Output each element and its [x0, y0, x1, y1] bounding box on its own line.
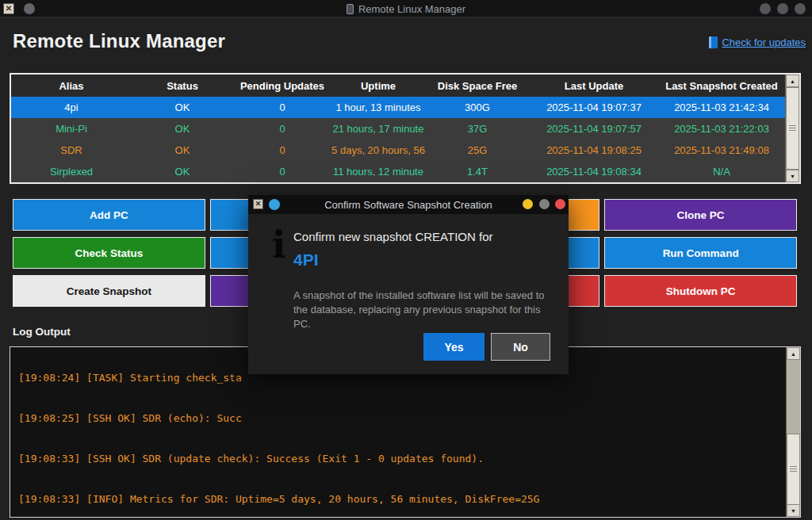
cell-alias: Mini-Pi	[11, 118, 132, 140]
cell-alias: 4pi	[11, 97, 132, 118]
cell-pending: 0	[233, 97, 331, 118]
window-title: Remote Linux Manager	[358, 3, 465, 15]
scroll-up-icon[interactable]: ▲	[787, 347, 800, 360]
cell-last-snapshot: 2025-11-03 21:42:34	[658, 97, 785, 118]
cell-disk: 300G	[425, 97, 530, 118]
cell-last-update: 2025-11-04 19:07:57	[530, 118, 658, 140]
table-row-sdr[interactable]: SDR OK 0 5 days, 20 hours, 56 25G 2025-1…	[11, 140, 785, 161]
column-header-last-update[interactable]: Last Update	[530, 75, 658, 97]
close-button[interactable]	[795, 3, 806, 14]
check-updates-link[interactable]: Check for updates	[709, 36, 806, 48]
cell-uptime: 5 days, 20 hours, 56	[331, 140, 425, 161]
app-window: ✕ Remote Linux Manager Remote Linux Mana…	[0, 0, 812, 520]
table-row-4pi[interactable]: 4pi OK 0 1 hour, 13 minutes 300G 2025-11…	[11, 97, 785, 118]
check-updates-label: Check for updates	[722, 36, 806, 48]
add-pc-button[interactable]: Add PC	[13, 199, 205, 231]
maximize-button[interactable]	[777, 3, 788, 14]
scroll-down-icon[interactable]: ▼	[786, 170, 799, 182]
dialog-title: Confirm Software Snapshot Creation	[248, 195, 569, 214]
cell-last-update: 2025-11-04 19:07:37	[530, 97, 658, 118]
cell-last-snapshot: N/A	[658, 161, 785, 182]
cell-alias: SDR	[11, 140, 132, 161]
cell-disk: 37G	[425, 118, 530, 140]
cell-last-update: 2025-11-04 19:08:34	[530, 161, 658, 182]
cell-pending: 0	[233, 118, 331, 140]
dialog-close-button[interactable]	[555, 199, 565, 209]
table-scrollbar-thumb[interactable]	[786, 87, 799, 170]
column-header-last-snapshot[interactable]: Last Snapshot Created	[658, 75, 785, 97]
column-header-disk-space[interactable]: Disk Space Free	[425, 75, 530, 97]
cell-last-snapshot: 2025-11-03 21:49:08	[658, 140, 785, 161]
dialog-minimize-button[interactable]	[523, 199, 533, 209]
table-header-row: Alias Status Pending Updates Uptime Disk…	[11, 75, 785, 97]
dialog-maximize-button[interactable]	[539, 199, 550, 209]
clone-pc-button[interactable]: Clone PC	[604, 199, 797, 231]
dialog-target-pc: 4PI	[293, 250, 319, 270]
window-titlebar: ✕ Remote Linux Manager	[0, 0, 812, 17]
cell-disk: 1.4T	[425, 161, 530, 182]
dialog-body-text: A snapshot of the installed software lis…	[293, 289, 558, 331]
up-arrow-icon: ▲	[791, 351, 796, 357]
down-arrow-icon: ▼	[790, 174, 795, 179]
cell-alias: Sirplexed	[11, 161, 132, 182]
log-line: [19:08:33] [INFO] Metrics for SDR: Uptim…	[18, 492, 781, 506]
confirm-snapshot-dialog: ✕ Confirm Software Snapshot Creation i C…	[248, 195, 569, 374]
log-scrollbar-thumb[interactable]	[787, 434, 800, 505]
log-output-label: Log Output	[13, 326, 71, 338]
window-title-area: Remote Linux Manager	[0, 0, 812, 17]
dialog-titlebar: ✕ Confirm Software Snapshot Creation	[248, 195, 569, 214]
column-header-pending-updates[interactable]: Pending Updates	[233, 75, 331, 97]
column-header-uptime[interactable]: Uptime	[331, 75, 425, 97]
app-icon	[347, 4, 354, 14]
cell-last-snapshot: 2025-11-03 21:22:03	[658, 118, 785, 140]
create-snapshot-button[interactable]: Create Snapshot	[13, 275, 205, 307]
column-header-alias[interactable]: Alias	[11, 75, 132, 97]
table-row-sirplexed[interactable]: Sirplexed OK 0 11 hours, 12 minute 1.4T …	[11, 161, 785, 182]
minimize-button[interactable]	[760, 3, 771, 14]
scrollbar-grip-icon	[790, 466, 797, 473]
cell-uptime: 21 hours, 17 minute	[331, 118, 425, 140]
cell-status: OK	[132, 97, 233, 118]
scroll-down-icon[interactable]: ▼	[787, 504, 800, 517]
table-row-mini-pi[interactable]: Mini-Pi OK 0 21 hours, 17 minute 37G 202…	[11, 118, 785, 140]
table-scrollbar[interactable]: ▲ ▼	[785, 75, 799, 182]
column-header-status[interactable]: Status	[132, 75, 233, 97]
dialog-heading: Confirm new snapshot CREATION for	[293, 230, 492, 243]
cell-status: OK	[132, 118, 233, 140]
scroll-up-icon[interactable]: ▲	[786, 75, 799, 87]
log-scrollbar[interactable]: ▲ ▼	[786, 347, 800, 517]
cell-pending: 0	[233, 161, 331, 182]
page-title: Remote Linux Manager	[13, 30, 225, 52]
down-arrow-icon: ▼	[791, 508, 796, 514]
shutdown-pc-button[interactable]: Shutdown PC	[604, 275, 797, 307]
cell-uptime: 11 hours, 12 minute	[331, 161, 425, 182]
cell-last-update: 2025-11-04 19:08:25	[530, 140, 658, 161]
cell-status: OK	[132, 161, 233, 182]
yes-button[interactable]: Yes	[423, 333, 485, 361]
up-arrow-icon: ▲	[790, 78, 795, 84]
log-line: [19:08:25] [SSH OK] SDR (echo): Succ	[18, 411, 781, 425]
cell-pending: 0	[233, 140, 331, 161]
run-command-button[interactable]: Run Command	[604, 237, 797, 269]
no-button[interactable]: No	[491, 333, 550, 361]
cell-disk: 25G	[425, 140, 530, 161]
cell-uptime: 1 hour, 13 minutes	[331, 97, 425, 118]
info-icon: i	[272, 227, 285, 263]
pc-table: Alias Status Pending Updates Uptime Disk…	[10, 73, 801, 184]
log-line: [19:08:33] [SSH OK] SDR (update check): …	[18, 452, 781, 465]
update-book-icon	[709, 36, 718, 48]
scrollbar-grip-icon	[789, 125, 796, 132]
cell-status: OK	[132, 140, 233, 161]
check-status-button[interactable]: Check Status	[13, 237, 205, 269]
